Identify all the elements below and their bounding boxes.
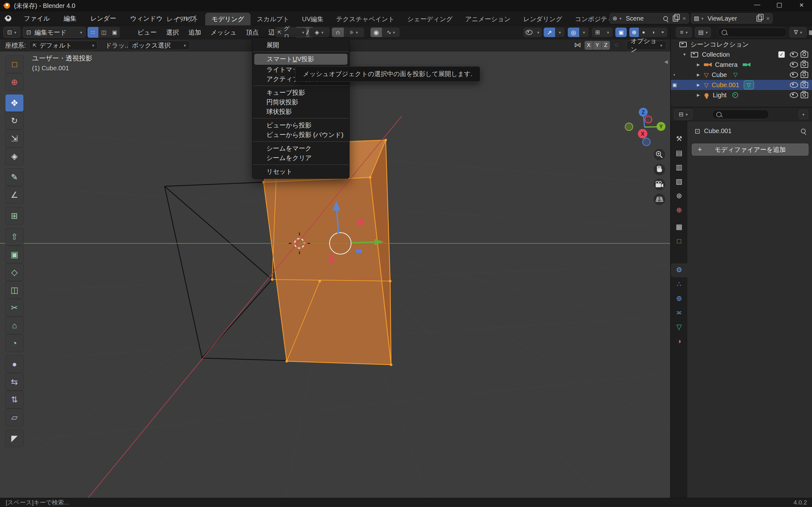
render-visibility-icon[interactable] bbox=[801, 52, 808, 58]
navigation-gizmo[interactable]: Z Y X bbox=[625, 108, 665, 146]
menu-item-reset[interactable]: リセット bbox=[252, 167, 349, 176]
tab-constraints[interactable]: ≍ bbox=[671, 308, 687, 317]
shading-chevron-icon[interactable]: ▾ bbox=[662, 30, 664, 35]
tab-material[interactable]: ◑ bbox=[671, 337, 687, 345]
mirror-z-button[interactable]: Z bbox=[602, 41, 610, 50]
shading-wireframe-button[interactable]: ⊕ bbox=[629, 27, 639, 37]
render-visibility-icon[interactable] bbox=[801, 92, 808, 98]
snap-target-selector[interactable]: ⊪ ▾ bbox=[344, 27, 364, 37]
active-tool-selector[interactable]: ボックス選択 ▾ bbox=[128, 41, 190, 50]
scene-name[interactable]: Scene bbox=[624, 15, 661, 22]
chevron-down-icon[interactable]: ▾ bbox=[603, 27, 613, 37]
menu-select[interactable]: 選択 bbox=[161, 27, 184, 38]
gizmos-toggle[interactable]: ↗ bbox=[544, 27, 555, 37]
tab-sculpt[interactable]: スカルプト bbox=[251, 13, 296, 25]
tab-animation[interactable]: アニメーション bbox=[459, 13, 517, 25]
tool-extrude-region[interactable]: ⇧ bbox=[5, 228, 24, 245]
menu-add[interactable]: 追加 bbox=[184, 27, 206, 38]
tool-loop-cut[interactable]: ◫ bbox=[5, 281, 24, 299]
copy-icon[interactable] bbox=[757, 15, 762, 21]
menu-file[interactable]: ファイル bbox=[19, 13, 55, 24]
outliner-display-mode[interactable]: ▤ ▾ bbox=[695, 27, 711, 38]
menu-render[interactable]: レンダー bbox=[86, 13, 121, 24]
tab-render[interactable]: ▤ bbox=[671, 149, 687, 157]
outliner-row-cube-001[interactable]: ▣ ▶ ▽ Cube.001 ▽ bbox=[671, 80, 812, 90]
mirror-y-button[interactable]: Y bbox=[593, 41, 601, 50]
close-button[interactable]: × bbox=[794, 1, 809, 9]
collection-checkbox[interactable]: ✓ bbox=[778, 51, 785, 58]
outliner-search-input[interactable] bbox=[717, 27, 787, 37]
outliner-editor-selector[interactable]: ≡ ▾ bbox=[676, 27, 692, 38]
snap-base-icon[interactable]: ◌ bbox=[615, 41, 618, 49]
tool-inset-faces[interactable]: ▣ bbox=[5, 245, 24, 263]
minimize-button[interactable]: — bbox=[749, 1, 765, 8]
view-layer-name[interactable]: ViewLayer bbox=[706, 15, 755, 22]
tool-edge-slide[interactable]: ⇆ bbox=[5, 373, 24, 391]
expand-arrow-icon[interactable]: ▶ bbox=[697, 83, 700, 87]
tool-select-box[interactable]: □ bbox=[5, 55, 24, 73]
tool-annotate[interactable]: ✎ bbox=[5, 168, 24, 186]
face-select-button[interactable]: ▣ bbox=[109, 27, 120, 38]
chevron-down-icon[interactable]: ▾ bbox=[619, 16, 622, 21]
tab-scene[interactable]: ⊛ bbox=[671, 192, 687, 200]
chevron-down-icon[interactable]: ▾ bbox=[579, 27, 589, 37]
tab-collection[interactable]: ▦ bbox=[671, 223, 687, 231]
tool-measure[interactable]: ∠ bbox=[5, 186, 24, 204]
new-collection-icon[interactable]: ▦ bbox=[809, 30, 812, 35]
tab-uv-editing[interactable]: UV編集 bbox=[296, 13, 330, 25]
menu-item-cylinder-projection[interactable]: 円筒状投影 bbox=[252, 97, 349, 107]
menu-view[interactable]: ビュー bbox=[133, 27, 161, 38]
chevron-down-icon[interactable]: ▾ bbox=[555, 27, 565, 37]
chevron-down-icon[interactable]: ▾ bbox=[535, 27, 542, 37]
properties-search-input[interactable] bbox=[712, 110, 769, 119]
menu-item-project-from-view[interactable]: ビューから投影 bbox=[252, 120, 349, 130]
transform-orientation-selector[interactable]: ⇱ グロ... ▾ bbox=[275, 27, 306, 37]
eye-icon[interactable] bbox=[790, 82, 798, 88]
editor-type-selector[interactable]: ⊡ ▾ bbox=[3, 27, 20, 38]
properties-options-dropdown[interactable]: ▾ bbox=[799, 110, 808, 119]
close-icon[interactable]: × bbox=[682, 15, 686, 22]
menu-item-cube-projection[interactable]: キューブ投影 bbox=[252, 88, 349, 97]
expand-arrow-icon[interactable]: ▶ bbox=[697, 72, 700, 77]
tool-add-cube[interactable]: ⊞ bbox=[5, 207, 24, 225]
expand-arrow-icon[interactable]: ▼ bbox=[682, 52, 687, 57]
tab-shading[interactable]: シェーディング bbox=[401, 13, 459, 25]
copy-icon[interactable] bbox=[673, 15, 678, 21]
menu-vertex[interactable]: 頂点 bbox=[241, 27, 264, 38]
pivot-point-selector[interactable]: ◈ ▾ bbox=[309, 27, 329, 37]
outliner-row-collection[interactable]: ▼ Collection ✓ bbox=[671, 49, 812, 60]
tab-texture-paint[interactable]: テクスチャペイント bbox=[330, 13, 401, 25]
render-visibility-icon[interactable] bbox=[801, 72, 808, 78]
shading-solid-button[interactable]: ● bbox=[639, 27, 648, 37]
xray-settings-icon[interactable]: ⊞ bbox=[592, 27, 603, 37]
viewport-nav-buttons[interactable] bbox=[654, 149, 665, 205]
edge-select-button[interactable]: ◫ bbox=[98, 27, 109, 38]
expand-arrow-icon[interactable]: ▶ bbox=[697, 62, 700, 67]
view-layer-selector[interactable]: ▧ ▾ ViewLayer × bbox=[691, 13, 773, 23]
eye-icon[interactable] bbox=[790, 52, 798, 57]
menu-item-project-from-view-bounds[interactable]: ビューから投影 (バウンド) bbox=[252, 130, 349, 139]
tab-modifiers[interactable]: ⚙ bbox=[671, 266, 687, 274]
tool-transform[interactable]: ◈ bbox=[5, 147, 24, 165]
maximize-button[interactable]: ▢ bbox=[771, 1, 787, 9]
pin-icon[interactable] bbox=[800, 128, 807, 134]
sidebar-collapse-arrow-icon[interactable]: ◀ bbox=[664, 59, 668, 65]
render-visibility-icon[interactable] bbox=[801, 62, 808, 68]
tab-output[interactable]: ▥ bbox=[671, 163, 687, 171]
tool-shear[interactable]: ▱ bbox=[5, 408, 24, 426]
mode-selector[interactable]: ⊡ 編集モード ▾ bbox=[23, 27, 86, 38]
eye-icon[interactable] bbox=[790, 62, 798, 67]
close-icon[interactable]: × bbox=[766, 15, 770, 22]
menu-item-smart-uv-project[interactable]: スマートUV投影 bbox=[254, 54, 347, 65]
tab-rendering[interactable]: レンダリング bbox=[517, 13, 569, 25]
outliner-row-scene-collection[interactable]: シーンコレクション bbox=[671, 39, 812, 49]
tool-shrink-fatten[interactable]: ⇅ bbox=[5, 391, 24, 408]
snap-toggle[interactable]: ∩ bbox=[332, 27, 344, 37]
tool-poly-build[interactable]: ⌂ bbox=[5, 317, 24, 334]
render-visibility-icon[interactable] bbox=[801, 82, 808, 88]
eye-icon[interactable] bbox=[790, 92, 798, 98]
tool-rip-region[interactable]: ◤ bbox=[5, 429, 24, 447]
tool-spin[interactable]: ◔ bbox=[5, 334, 24, 352]
chevron-down-icon[interactable]: ▾ bbox=[701, 16, 704, 21]
tab-physics[interactable]: ⊚ bbox=[671, 294, 687, 302]
